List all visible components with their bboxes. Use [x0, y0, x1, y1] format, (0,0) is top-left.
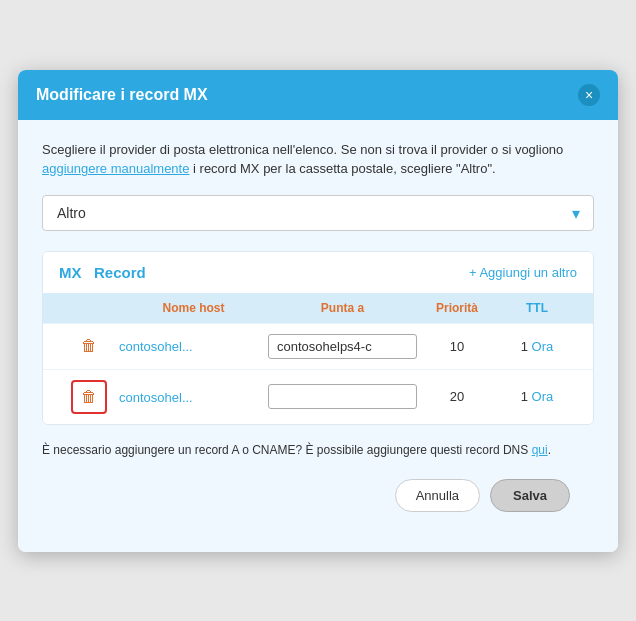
mx-records-section: MX Record + Aggiungi un altro Nome host … [42, 251, 594, 425]
host-cell-2: contosohel... [119, 389, 268, 405]
table-row: 🗑 contosohel... 10 1 Ora [43, 323, 593, 369]
table-header: Nome host Punta a Priorità TTL [43, 293, 593, 323]
priority-cell-2: 20 [417, 389, 497, 404]
save-button[interactable]: Salva [490, 479, 570, 512]
close-button[interactable]: × [578, 84, 600, 106]
points-cell-1 [268, 334, 417, 359]
add-manually-link[interactable]: aggiungere manualmente [42, 161, 189, 176]
mx-record-title: MX Record [59, 264, 146, 281]
ttl-unit-2: Ora [532, 389, 554, 404]
delete-cell-2: 🗑 [59, 380, 119, 414]
header-ttl: TTL [497, 301, 577, 315]
header-points: Punta a [268, 301, 417, 315]
header-delete-col [59, 301, 119, 315]
header-priority: Priorità [417, 301, 497, 315]
bottom-note: È necessario aggiungere un record A o CN… [42, 441, 594, 459]
host-cell-1: contosohel... [119, 338, 268, 354]
points-cell-2 [268, 384, 417, 409]
ttl-cell-2: 1 Ora [497, 389, 577, 404]
provider-dropdown-container: Altro ▾ [42, 195, 594, 231]
dns-link[interactable]: qui [532, 443, 548, 457]
host-link-1[interactable]: contosohel... [119, 339, 193, 354]
dialog-body: Scegliere il provider di posta elettroni… [18, 120, 618, 552]
points-input-1[interactable] [268, 334, 417, 359]
description-text: Scegliere il provider di posta elettroni… [42, 140, 594, 179]
dialog-title: Modificare i record MX [36, 86, 208, 104]
host-link-2[interactable]: contosohel... [119, 390, 193, 405]
cancel-button[interactable]: Annulla [395, 479, 480, 512]
ttl-unit-1: Ora [532, 339, 554, 354]
mx-section-header: MX Record + Aggiungi un altro [43, 252, 593, 293]
add-another-button[interactable]: + Aggiungi un altro [469, 265, 577, 280]
ttl-cell-1: 1 Ora [497, 339, 577, 354]
priority-cell-1: 10 [417, 339, 497, 354]
points-input-2[interactable] [268, 384, 417, 409]
delete-row-2-button[interactable]: 🗑 [71, 380, 107, 414]
modify-mx-dialog: Modificare i record MX × Scegliere il pr… [18, 70, 618, 552]
dialog-footer: Annulla Salva [42, 479, 594, 532]
dialog-header: Modificare i record MX × [18, 70, 618, 120]
header-host: Nome host [119, 301, 268, 315]
delete-row-1-button[interactable]: 🗑 [79, 335, 99, 357]
provider-dropdown[interactable]: Altro [42, 195, 594, 231]
delete-cell-1: 🗑 [59, 335, 119, 357]
table-row: 🗑 contosohel... 20 1 Ora [43, 369, 593, 424]
